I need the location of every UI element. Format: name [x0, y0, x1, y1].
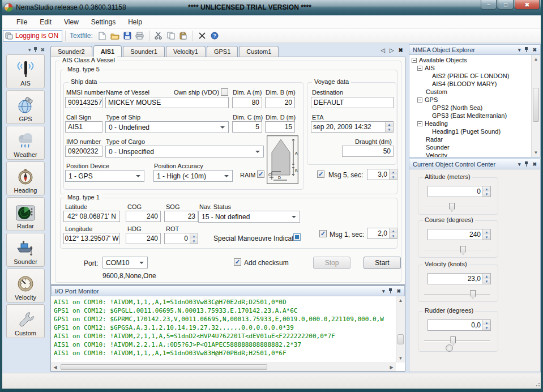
raim-checkbox[interactable]: ✓: [257, 171, 264, 178]
dim-b-input[interactable]: 20: [265, 97, 295, 108]
course-input[interactable]: 240 ▲▼: [427, 229, 491, 240]
copy-button[interactable]: [165, 30, 177, 42]
pin-icon[interactable]: [524, 47, 528, 52]
msg1-spinner[interactable]: ▲▼: [389, 228, 397, 238]
scrollbar-thumb[interactable]: [61, 364, 267, 370]
spin-down-icon[interactable]: ▼: [390, 233, 397, 238]
tab-sounder2[interactable]: Sounder2: [50, 46, 92, 57]
velocity-input[interactable]: 23,0 ▲▼: [427, 273, 491, 284]
altitude-input[interactable]: 0 ▲▼: [427, 186, 491, 197]
maximize-button[interactable]: □: [498, 0, 514, 10]
sidebar-item-heading[interactable]: Heading: [6, 161, 45, 195]
mmsi-input[interactable]: 909143257: [65, 97, 102, 108]
spin-down-icon[interactable]: ▼: [483, 279, 490, 284]
pin-icon[interactable]: [524, 161, 528, 167]
ownship-checkbox[interactable]: [221, 88, 228, 96]
rot-spinner[interactable]: ▲▼: [190, 233, 198, 244]
dim-c-input[interactable]: 5: [232, 121, 262, 133]
spin-down-icon[interactable]: ▼: [386, 127, 393, 132]
sidebar-item-radar[interactable]: Radar: [6, 197, 45, 231]
sidebar-item-gps[interactable]: GPS: [6, 90, 45, 124]
slider-thumb[interactable]: [470, 290, 476, 299]
destination-input[interactable]: DEFAULT: [311, 97, 394, 108]
msg5-enable-checkbox[interactable]: ✓: [317, 171, 324, 178]
rudder-input[interactable]: 0,0 ▲▼: [427, 319, 491, 331]
sidebar-item-ais[interactable]: AIS: [6, 54, 45, 88]
spin-up-icon[interactable]: ▲: [483, 186, 490, 191]
open-file-button[interactable]: [109, 30, 121, 42]
vessel-name-input[interactable]: MICKEY MOUSE: [105, 97, 229, 108]
collapse-icon[interactable]: [417, 121, 422, 126]
dim-a-input[interactable]: 80: [232, 97, 262, 108]
add-checksum-checkbox[interactable]: ✓: [234, 258, 241, 266]
eta-datetime-input[interactable]: sep 20, 2009 14:32 ▲▼: [311, 121, 394, 133]
tree-item-heading1[interactable]: Heading1 (Puget Sound): [429, 127, 540, 135]
port-select[interactable]: COM10: [102, 257, 148, 269]
rudder-slider[interactable]: [424, 336, 490, 346]
rot-input[interactable]: 0 ▲▼: [164, 233, 198, 244]
collapse-icon[interactable]: [417, 66, 422, 71]
close-button[interactable]: ✖: [515, 0, 540, 10]
tree-item-radar[interactable]: Radar: [417, 135, 540, 143]
longitude-input[interactable]: 012° 13.29507' W: [63, 233, 120, 244]
tree-item-gps2[interactable]: GPS2 (North Sea): [429, 104, 540, 112]
msg5-interval-input[interactable]: 3,0 ▲▼: [367, 169, 397, 180]
menu-settings[interactable]: Settings: [85, 16, 122, 28]
close-icon[interactable]: ✖: [396, 288, 401, 294]
monitor-output[interactable]: AIS1 on COM10: !AIVDM,1,1,,A,1=S1dnO03Vw…: [52, 296, 395, 363]
tab-scroll-left-icon[interactable]: ◁: [380, 47, 385, 53]
cargo-type-select[interactable]: 0 - Unspecified: [105, 146, 264, 157]
start-button[interactable]: Start: [364, 257, 401, 269]
spin-up-icon[interactable]: ▲: [190, 233, 198, 238]
sidebar-item-velocity[interactable]: Velocity: [6, 269, 45, 302]
spin-down-icon[interactable]: ▼: [390, 174, 397, 180]
cog-input[interactable]: 240: [126, 211, 161, 222]
position-device-select[interactable]: 1 - GPS: [65, 170, 144, 182]
pin-icon[interactable]: [33, 47, 37, 52]
scroll-up-icon[interactable]: ▲: [532, 55, 540, 63]
sidebar-item-sounder[interactable]: Sounder: [6, 233, 45, 267]
slider-thumb[interactable]: [460, 246, 466, 255]
altitude-spinner[interactable]: ▲▼: [482, 186, 490, 197]
tree-item-gps[interactable]: GPS: [417, 96, 540, 104]
tab-custom1[interactable]: Custom1: [239, 46, 279, 57]
spin-up-icon[interactable]: ▲: [386, 122, 393, 127]
velocity-slider[interactable]: [424, 290, 490, 299]
collapse-icon[interactable]: [412, 58, 417, 63]
tab-gps1[interactable]: GPS1: [207, 46, 238, 57]
tree-item-ais4[interactable]: AIS4 (BLOODY MARY): [429, 80, 540, 88]
tab-sounder1[interactable]: Sounder1: [123, 46, 165, 57]
msg5-spinner[interactable]: ▲▼: [389, 169, 397, 180]
minimize-button[interactable]: –: [481, 0, 497, 10]
close-icon[interactable]: ✖: [532, 47, 537, 53]
spin-down-icon[interactable]: ▼: [483, 235, 490, 240]
tree-item-custom[interactable]: Custom: [417, 88, 540, 96]
rudder-spinner[interactable]: ▲▼: [482, 320, 490, 330]
menu-edit[interactable]: Edit: [33, 16, 58, 28]
latitude-input[interactable]: 42° 08.06871' N: [63, 211, 120, 222]
velocity-spinner[interactable]: ▲▼: [482, 274, 490, 284]
eta-spinner[interactable]: ▲▼: [385, 122, 393, 132]
delete-button[interactable]: [196, 30, 208, 42]
scrollbar-thumb[interactable]: [533, 88, 539, 122]
scroll-down-icon[interactable]: ▼: [532, 148, 540, 157]
logging-toggle-button[interactable]: Logging is ON: [3, 30, 62, 42]
tree-item-heading[interactable]: Heading: [417, 120, 540, 127]
spin-up-icon[interactable]: ▲: [483, 274, 490, 279]
hdg-input[interactable]: 240: [126, 233, 161, 244]
scroll-down-icon[interactable]: ▼: [396, 354, 405, 363]
spin-up-icon[interactable]: ▲: [390, 228, 397, 233]
spin-up-icon[interactable]: ▲: [483, 229, 490, 235]
save-button[interactable]: [121, 30, 134, 42]
scroll-up-icon[interactable]: ▲: [396, 296, 405, 305]
close-icon[interactable]: ✖: [40, 47, 45, 53]
spin-down-icon[interactable]: ▼: [190, 238, 198, 244]
tree-item-ais2[interactable]: AIS2 (PRIDE OF LONDON): [429, 72, 540, 80]
course-spinner[interactable]: ▲▼: [482, 229, 490, 240]
sidebar-item-weather[interactable]: Weather: [6, 126, 45, 160]
spin-down-icon[interactable]: ▼: [483, 325, 490, 330]
slider-thumb[interactable]: [450, 336, 456, 346]
tree-item-sounder[interactable]: Sounder: [417, 143, 540, 151]
draught-input[interactable]: 50: [342, 146, 394, 157]
menu-view[interactable]: View: [58, 16, 85, 28]
